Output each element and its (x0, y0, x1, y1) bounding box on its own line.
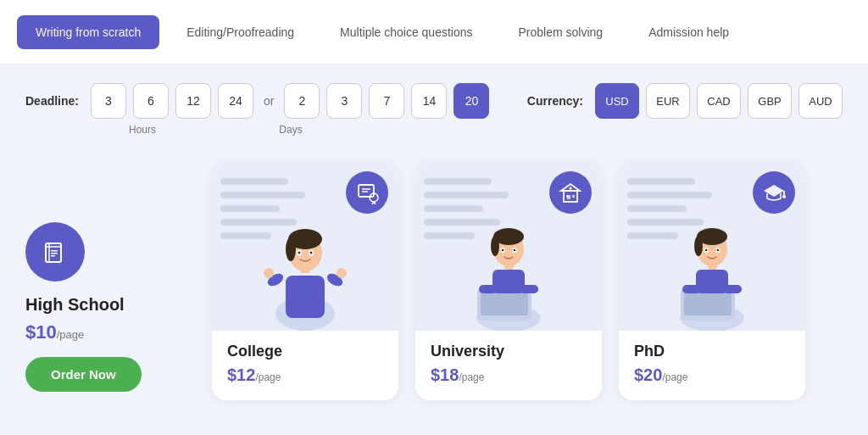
building-icon (559, 181, 582, 204)
deco-line (627, 232, 678, 239)
phd-lines-deco (627, 178, 712, 239)
deadline-row: Deadline: 3 6 12 24 or 2 3 7 14 20 (25, 83, 489, 119)
phd-price: $20/page (634, 365, 790, 385)
svg-point-10 (264, 268, 274, 278)
deadline-3d[interactable]: 3 (326, 83, 362, 119)
university-icon (549, 171, 592, 214)
nav-multiple-choice[interactable]: Multiple choice questions (321, 15, 491, 49)
currency-label: Currency: (527, 94, 583, 108)
card-college: College $12/page (212, 161, 398, 400)
college-icon (346, 171, 388, 214)
certificate-icon (355, 181, 379, 204)
svg-rect-30 (479, 285, 498, 293)
svg-point-19 (310, 252, 313, 254)
deadline-3h[interactable]: 3 (91, 83, 126, 119)
deadline-7d[interactable]: 7 (369, 83, 404, 119)
deadline-2d[interactable]: 2 (284, 83, 320, 119)
book-icon (40, 237, 70, 267)
or-separator: or (264, 94, 274, 108)
card-high-school: High School $10/page Order Now (25, 214, 195, 400)
svg-rect-7 (286, 276, 325, 318)
svg-point-60 (717, 249, 720, 252)
deadline-6h[interactable]: 6 (133, 83, 169, 119)
college-lines-deco (220, 178, 305, 239)
phd-icon (753, 171, 795, 214)
high-school-icon-circle (25, 222, 85, 282)
svg-rect-5 (51, 255, 55, 257)
high-school-order-button[interactable]: Order Now (25, 357, 142, 392)
currency-section: Currency: USD EUR CAD GBP AUD (527, 83, 843, 119)
phd-title: PhD (634, 343, 790, 360)
card-university: University $18/page (415, 161, 602, 400)
deco-line (424, 192, 509, 198)
svg-point-39 (514, 249, 516, 252)
high-school-price: $10/page (25, 321, 84, 343)
university-illustration (415, 161, 602, 331)
high-school-title: High School (25, 295, 125, 315)
svg-rect-31 (520, 285, 538, 293)
days-label: Days (210, 124, 371, 136)
currency-usd[interactable]: USD (595, 83, 639, 119)
deadline-label: Deadline: (25, 94, 79, 108)
deadline-12h[interactable]: 12 (175, 83, 211, 119)
deco-line (627, 205, 687, 212)
mortarboard-icon (762, 181, 786, 204)
deadline-20d[interactable]: 20 (453, 83, 489, 119)
deco-line (220, 232, 271, 239)
deadline-14d[interactable]: 14 (411, 83, 447, 119)
svg-point-46 (570, 187, 572, 190)
svg-rect-28 (481, 292, 528, 315)
phd-illustration (619, 161, 805, 331)
currency-gbp[interactable]: GBP (748, 83, 792, 119)
card-phd: PhD $20/page (619, 161, 805, 400)
university-price: $18/page (431, 365, 587, 385)
svg-point-18 (298, 252, 301, 254)
svg-point-59 (705, 249, 708, 252)
university-lines-deco (424, 178, 509, 239)
deco-line (627, 178, 695, 185)
deco-line (220, 219, 297, 226)
university-info: University $18/page (415, 331, 602, 385)
deco-line (627, 192, 712, 198)
nav-admission-help[interactable]: Admission help (630, 15, 748, 49)
svg-rect-3 (51, 250, 58, 252)
svg-rect-52 (723, 285, 742, 293)
svg-point-11 (337, 268, 347, 278)
svg-point-15 (286, 237, 296, 261)
deadline-24h[interactable]: 24 (218, 83, 253, 119)
college-price: $12/page (227, 365, 383, 385)
svg-point-38 (502, 249, 504, 252)
cards-section: High School $10/page Order Now (0, 144, 868, 417)
nav-editing-proofreading[interactable]: Editing/Proofreading (168, 15, 313, 49)
college-illustration (212, 161, 398, 331)
deco-line (424, 178, 492, 185)
college-info: College $12/page (212, 331, 398, 385)
currency-cad[interactable]: CAD (697, 83, 741, 119)
deadline-section: Deadline: 3 6 12 24 or 2 3 7 14 20 Hours… (25, 83, 489, 136)
time-labels: Hours Days (25, 124, 489, 136)
deco-line (424, 205, 483, 212)
svg-rect-20 (359, 185, 374, 197)
svg-rect-44 (566, 195, 569, 198)
svg-rect-43 (572, 195, 575, 198)
svg-rect-51 (682, 285, 701, 293)
top-navigation: Writing from scratch Editing/Proofreadin… (0, 0, 868, 64)
nav-writing-from-scratch[interactable]: Writing from scratch (17, 15, 159, 49)
deco-line (220, 178, 288, 185)
svg-rect-4 (51, 253, 58, 254)
nav-problem-solving[interactable]: Problem solving (500, 15, 622, 49)
deco-line (424, 219, 500, 226)
deco-line (627, 219, 704, 226)
university-title: University (431, 343, 587, 360)
svg-rect-49 (684, 292, 732, 315)
currency-eur[interactable]: EUR (646, 83, 690, 119)
deco-line (220, 205, 280, 212)
deco-line (424, 232, 475, 239)
college-title: College (227, 343, 383, 360)
svg-point-63 (782, 195, 786, 198)
options-row: Deadline: 3 6 12 24 or 2 3 7 14 20 Hours… (0, 64, 868, 144)
currency-aud[interactable]: AUD (798, 83, 843, 119)
phd-info: PhD $20/page (619, 331, 805, 385)
deco-line (220, 192, 305, 198)
hours-label: Hours (75, 124, 210, 136)
